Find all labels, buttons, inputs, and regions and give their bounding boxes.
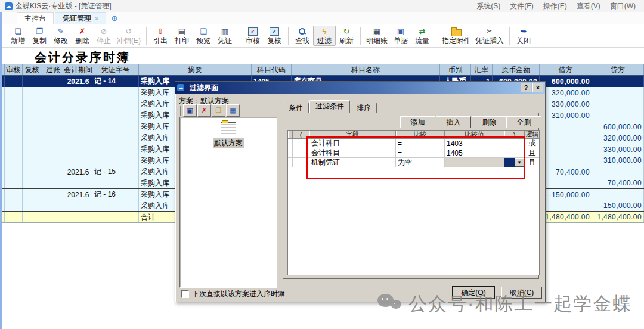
filter-condition-row[interactable]: 会计科目=1403或 (288, 139, 539, 148)
delete-all-button[interactable]: 全删 (506, 116, 541, 128)
toolbar-find-button[interactable]: 查找 (292, 26, 313, 46)
filter-cell-comparison[interactable]: = (396, 148, 445, 158)
cell-debit: 1,480,400.00 (540, 212, 592, 222)
filter-cell-logic[interactable]: 且 (525, 158, 540, 167)
filter-cell-rowsel[interactable] (288, 158, 293, 167)
filter-cell-paren-close[interactable]: ▼ (504, 158, 525, 167)
filter-condition-row[interactable]: 机制凭证为空▼且 (288, 158, 539, 167)
save-scheme-button[interactable]: ▣ (183, 104, 197, 117)
filter-cell-field[interactable]: 会计科目 (309, 148, 396, 158)
refresh-icon: ↻ (343, 27, 350, 36)
filter-tab-2[interactable]: 排序 (351, 103, 377, 113)
cell-review (23, 189, 42, 200)
filter-cell-comparison[interactable]: 为空 (396, 158, 445, 167)
filter-cell-paren_close[interactable] (504, 148, 525, 158)
toolbar-separator (146, 27, 147, 45)
cell-posted (42, 155, 64, 166)
filter-condition-row[interactable]: 会计科目=1405且 (288, 148, 539, 158)
toolbar-close-button[interactable]: ➥关闭 (513, 26, 534, 46)
scheme-sheet-icon (221, 122, 236, 136)
filter-cell-logic[interactable]: 或 (525, 139, 540, 148)
cell-posted (42, 189, 64, 200)
scheme-item-default[interactable]: 默认方案 (180, 122, 277, 148)
toolbar-document-button[interactable]: ▣单据 (390, 26, 411, 46)
tab-voucher-management[interactable]: 凭证管理× (55, 12, 106, 24)
cell-credit (592, 110, 644, 121)
filter-cell-value[interactable]: 1405 (445, 148, 504, 158)
delete-button[interactable]: 删除 (472, 116, 507, 128)
dropdown-arrow-icon[interactable]: ▼ (515, 158, 524, 167)
dialog-close-button[interactable]: × (532, 83, 543, 92)
table-view-button[interactable]: ▦ (226, 104, 240, 117)
toolbar-modify-button[interactable]: ✎修改 (50, 26, 72, 46)
apply-scheme-checkbox[interactable]: 下次直接以该方案进入序时簿 (181, 289, 285, 299)
toolbar-attachment-button[interactable]: 指定附件 (439, 26, 473, 46)
filter-cell-field[interactable]: 会计科目 (309, 139, 396, 148)
cell-period (64, 178, 92, 188)
cell-posted (42, 121, 64, 132)
filter-cell-field[interactable]: 机制凭证 (309, 158, 396, 167)
scheme-listbox[interactable]: 默认方案 (179, 117, 277, 288)
tab-label: 凭证管理 (63, 14, 91, 24)
menu-operation[interactable]: 操作(E) (543, 1, 567, 11)
toolbar-detail-ledger-button[interactable]: ▦明细账 (364, 26, 390, 46)
toolbar-refresh-button[interactable]: ↻刷新 (336, 26, 357, 46)
delete-scheme-button[interactable]: ✗ (197, 104, 211, 117)
menu-window[interactable]: 窗口(W) (610, 1, 636, 11)
add-tab-icon[interactable]: ⊕ (107, 12, 121, 24)
add-button[interactable]: 添加 (400, 116, 435, 128)
toolbar-delete-button[interactable]: ✗删除 (72, 26, 93, 46)
toolbar-print-button[interactable]: ▤打印 (171, 26, 193, 46)
tab-console[interactable]: 主控台 (17, 12, 54, 24)
cell-debit (540, 121, 592, 132)
cell-credit (592, 166, 644, 178)
filter-cell-paren_open[interactable] (293, 148, 309, 158)
menu-file[interactable]: 文件(F) (510, 1, 533, 11)
filter-dialog-titlebar[interactable]: ☁ 过滤界面 ? × (175, 82, 545, 94)
cell-posted (42, 144, 64, 155)
filter-cell-logic[interactable]: 且 (525, 148, 540, 158)
filter-cell-value[interactable] (445, 158, 504, 167)
cell-audit (5, 200, 23, 211)
cell-review (23, 87, 42, 98)
toolbar-export-button[interactable]: ⇧引出 (150, 26, 171, 46)
filter-cell-paren_open[interactable] (293, 139, 309, 148)
menu-bar: 系统(S)文件(F)操作(E)查看(V)窗口(W) (476, 1, 644, 11)
toolbar-cash-flow-button[interactable]: ⇄流量 (411, 26, 433, 46)
cell-audit (5, 166, 23, 178)
insert-button[interactable]: 插入 (436, 116, 471, 128)
toolbar-copy-button[interactable]: ❐复制 (29, 26, 50, 46)
filter-cell-paren_close[interactable] (504, 139, 525, 148)
copy-scheme-button[interactable]: ❐ (212, 104, 225, 117)
filter-grid-header: (字段比较比较值)逻辑 (288, 131, 539, 139)
filter-tab-0[interactable]: 条件 (283, 103, 309, 113)
filter-column-header-paren_close: ) (504, 131, 525, 139)
filter-cell-rowsel[interactable] (288, 139, 293, 148)
filter-cell-paren_open[interactable] (293, 158, 309, 167)
toolbar-grip (178, 106, 181, 116)
scheme-toolbar: ▣✗❐▦ (178, 104, 240, 117)
filter-tab-1[interactable]: 过滤条件 (309, 100, 350, 113)
checkbox-icon[interactable] (181, 290, 189, 298)
toolbar-filter-button[interactable]: ϟ过滤 (313, 26, 336, 46)
cell-posted (42, 132, 64, 144)
ledger-grid-icon: ▦ (373, 27, 380, 36)
menu-view[interactable]: 查看(V) (577, 1, 600, 11)
filter-cell-value[interactable]: 1403 (445, 139, 504, 148)
toolbar-audit-button[interactable]: ✔审核 (242, 26, 264, 46)
dialog-help-button[interactable]: ? (521, 83, 531, 92)
document-window-icon: ▣ (397, 27, 404, 36)
filter-cell-comparison[interactable]: = (396, 139, 445, 148)
column-header-rate: 汇率 (471, 64, 493, 75)
menu-system[interactable]: 系统(S) (476, 1, 500, 11)
cancel-button[interactable]: 取消(C) (501, 287, 542, 299)
toolbar-voucher-insert-button[interactable]: ✂凭证插入 (473, 26, 506, 46)
toolbar-button-label: 流量 (415, 36, 429, 45)
toolbar-voucher-print-button[interactable]: ▥凭证 (214, 26, 236, 46)
toolbar-preview-button[interactable]: ❑预览 (193, 26, 214, 46)
toolbar-new-button[interactable]: ❏新增 (7, 26, 29, 46)
toolbar-review-button[interactable]: ✔复核 (264, 26, 285, 46)
ok-button[interactable]: 确定(O) (453, 287, 494, 299)
close-tab-icon[interactable]: × (95, 15, 98, 22)
filter-cell-rowsel[interactable] (288, 148, 293, 158)
